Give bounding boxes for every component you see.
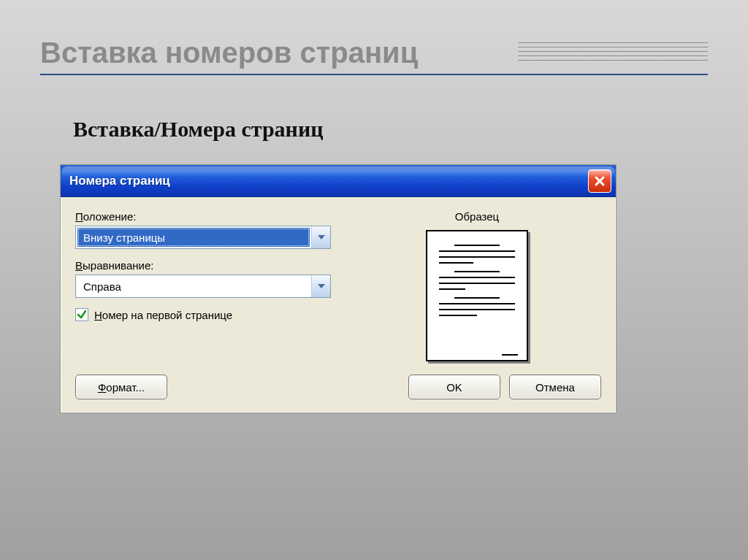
titlebar[interactable]: Номера страниц bbox=[61, 165, 616, 197]
first-page-checkbox-row: Номер на первой странице bbox=[75, 308, 331, 321]
format-button[interactable]: Формат... bbox=[75, 375, 167, 399]
dropdown-button[interactable] bbox=[311, 275, 330, 297]
subheading: Вставка/Номера страниц bbox=[73, 117, 323, 142]
ok-button[interactable]: OK bbox=[408, 375, 500, 399]
position-value: Внизу страницы bbox=[77, 228, 310, 247]
alignment-label: Выравнивание: bbox=[75, 259, 331, 272]
dialog-body: Положение: Внизу страницы Выравнивание: … bbox=[61, 197, 616, 375]
preview-page bbox=[426, 230, 528, 361]
dialog-right-column: Образец bbox=[353, 210, 601, 361]
chevron-down-icon bbox=[318, 235, 325, 239]
decorative-lines bbox=[518, 42, 708, 72]
dialog-button-row: Формат... OK Отмена bbox=[61, 375, 616, 413]
slide-header: Вставка номеров страниц bbox=[40, 37, 708, 75]
close-icon bbox=[594, 175, 606, 187]
position-label: Положение: bbox=[75, 210, 331, 223]
first-page-label: Номер на первой странице bbox=[94, 309, 232, 321]
first-page-checkbox[interactable] bbox=[75, 308, 88, 321]
dialog-title: Номера страниц bbox=[69, 174, 170, 188]
check-icon bbox=[77, 310, 87, 320]
preview-label: Образец bbox=[455, 210, 499, 223]
header-rule bbox=[40, 74, 708, 75]
dialog-left-column: Положение: Внизу страницы Выравнивание: … bbox=[75, 210, 331, 361]
close-button[interactable] bbox=[588, 169, 611, 193]
preview-page-number bbox=[502, 354, 518, 356]
position-dropdown[interactable]: Внизу страницы bbox=[75, 226, 331, 249]
chevron-down-icon bbox=[318, 284, 325, 288]
cancel-button[interactable]: Отмена bbox=[509, 375, 601, 399]
dropdown-button[interactable] bbox=[311, 226, 330, 248]
alignment-value: Справа bbox=[77, 277, 310, 296]
alignment-dropdown[interactable]: Справа bbox=[75, 275, 331, 298]
page-numbers-dialog: Номера страниц Положение: Внизу страницы bbox=[60, 164, 617, 413]
